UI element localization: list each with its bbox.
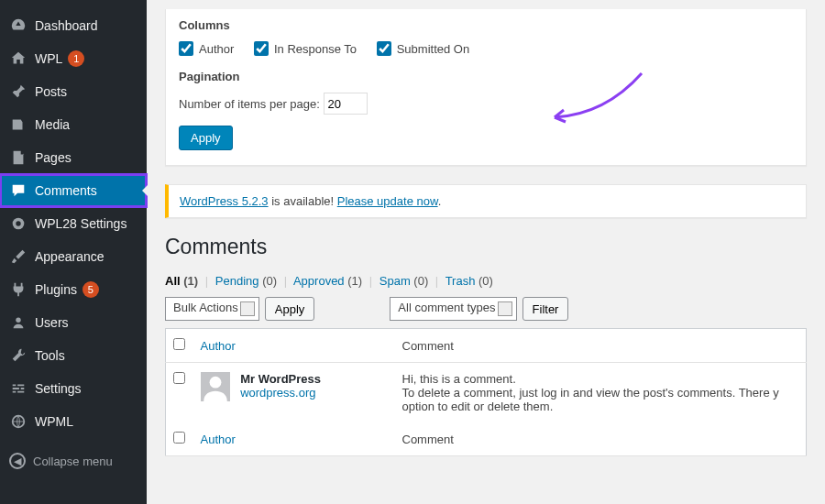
- filter-pending[interactable]: Pending: [215, 274, 259, 288]
- column-toggle-submitted[interactable]: Submitted On: [377, 41, 470, 56]
- filter-all[interactable]: All (1): [165, 274, 198, 288]
- sidebar-item-plugins[interactable]: Plugins5: [0, 273, 147, 306]
- select-all-checkbox[interactable]: [173, 338, 185, 350]
- gauge-icon: [9, 16, 28, 35]
- collapse-icon: ◀: [9, 453, 26, 469]
- sidebar-item-posts[interactable]: Posts: [0, 75, 147, 108]
- wp-version-link[interactable]: WordPress 5.2.3: [180, 194, 269, 208]
- page-title: Comments: [165, 235, 807, 259]
- column-toggle-response[interactable]: In Response To: [254, 41, 357, 56]
- update-badge: 5: [82, 281, 99, 298]
- bulk-actions-select[interactable]: Bulk Actions: [165, 297, 259, 321]
- brush-icon: [9, 247, 28, 266]
- media-icon: [9, 115, 28, 134]
- comment-text: Hi, this is a comment. To delete a comme…: [395, 363, 807, 423]
- sliders-icon: [9, 379, 28, 398]
- comment-author-name: Mr WordPress: [240, 372, 321, 386]
- col-comment: Comment: [395, 329, 807, 363]
- filter-button[interactable]: Filter: [522, 297, 569, 321]
- sidebar-item-label: Dashboard: [35, 18, 98, 33]
- column-toggle-author[interactable]: Author: [179, 41, 234, 56]
- per-page-input[interactable]: [324, 93, 368, 115]
- sidebar-item-label: Comments: [35, 183, 97, 198]
- comment-icon: [9, 181, 28, 200]
- filter-spam[interactable]: Spam: [380, 274, 411, 288]
- settings2-icon: [9, 214, 28, 233]
- sidebar-item-comments[interactable]: Comments: [0, 174, 147, 207]
- sidebar-item-label: Appearance: [35, 249, 104, 264]
- sidebar-item-label: WPL28 Settings: [35, 216, 126, 231]
- apply-screen-options-button[interactable]: Apply: [179, 126, 233, 150]
- comments-table: Author Comment Mr WordPress wordpress.or…: [165, 328, 807, 456]
- update-now-link[interactable]: Please update now: [337, 194, 438, 208]
- columns-heading: Columns: [179, 18, 793, 32]
- pin-icon: [9, 82, 28, 101]
- table-row: Mr WordPress wordpress.org Hi, this is a…: [166, 363, 807, 423]
- sidebar-item-media[interactable]: Media: [0, 108, 147, 141]
- admin-sidebar: Dashboard WPL1 Posts Media Pages Comment…: [0, 0, 147, 504]
- sidebar-item-appearance[interactable]: Appearance: [0, 240, 147, 273]
- home-icon: [9, 49, 28, 68]
- sidebar-item-dashboard[interactable]: Dashboard: [0, 9, 147, 42]
- col-comment-footer: Comment: [395, 422, 807, 456]
- sidebar-item-wpml[interactable]: WPML: [0, 405, 147, 438]
- svg-point-4: [209, 377, 221, 389]
- avatar: [201, 372, 230, 401]
- sidebar-item-label: WPML: [35, 414, 73, 429]
- tablenav: Bulk Actions Apply All comment types Fil…: [165, 297, 807, 321]
- comment-type-select[interactable]: All comment types: [390, 297, 516, 321]
- checkbox[interactable]: [179, 41, 193, 56]
- sidebar-item-label: Tools: [35, 348, 65, 363]
- sidebar-item-label: Settings: [35, 381, 82, 396]
- update-notice: WordPress 5.2.3 is available! Please upd…: [165, 184, 807, 218]
- plug-icon: [9, 280, 28, 299]
- sidebar-item-users[interactable]: Users: [0, 306, 147, 339]
- sidebar-item-tools[interactable]: Tools: [0, 339, 147, 372]
- sidebar-item-label: Posts: [35, 84, 67, 99]
- checkbox[interactable]: [377, 41, 391, 56]
- filter-approved[interactable]: Approved: [293, 274, 345, 288]
- bulk-apply-button[interactable]: Apply: [265, 297, 315, 321]
- update-badge: 1: [68, 50, 84, 67]
- sidebar-item-settings[interactable]: Settings: [0, 372, 147, 405]
- collapse-menu[interactable]: ◀Collapse menu: [0, 444, 147, 478]
- sidebar-item-label: Pages: [35, 150, 72, 165]
- pagination-heading: Pagination: [179, 70, 793, 83]
- svg-point-1: [16, 221, 20, 225]
- sidebar-item-pages[interactable]: Pages: [0, 141, 147, 174]
- page-icon: [9, 148, 28, 167]
- select-row-checkbox[interactable]: [173, 372, 185, 384]
- col-author[interactable]: Author: [201, 339, 236, 353]
- sidebar-item-wpl[interactable]: WPL1: [0, 42, 147, 75]
- sidebar-item-label: Media: [35, 117, 70, 132]
- select-all-checkbox-footer[interactable]: [173, 432, 185, 444]
- screen-options-panel: Columns Author In Response To Submitted …: [165, 9, 807, 166]
- sidebar-item-wpl28[interactable]: WPL28 Settings: [0, 207, 147, 240]
- checkbox[interactable]: [254, 41, 269, 56]
- globe-icon: [9, 412, 28, 431]
- sidebar-item-label: WPL: [35, 51, 62, 66]
- filter-trash[interactable]: Trash: [446, 274, 476, 288]
- col-author-footer[interactable]: Author: [201, 433, 236, 446]
- svg-point-2: [16, 318, 20, 323]
- per-page-label: Number of items per page:: [179, 97, 320, 111]
- sidebar-item-label: Plugins: [35, 282, 77, 297]
- status-filters: All (1) | Pending (0) | Approved (1) | S…: [165, 274, 807, 288]
- user-icon: [9, 313, 28, 332]
- main-content: Columns Author In Response To Submitted …: [147, 0, 825, 504]
- sidebar-item-label: Users: [35, 315, 69, 330]
- wrench-icon: [9, 346, 28, 365]
- comment-author-site[interactable]: wordpress.org: [240, 386, 315, 400]
